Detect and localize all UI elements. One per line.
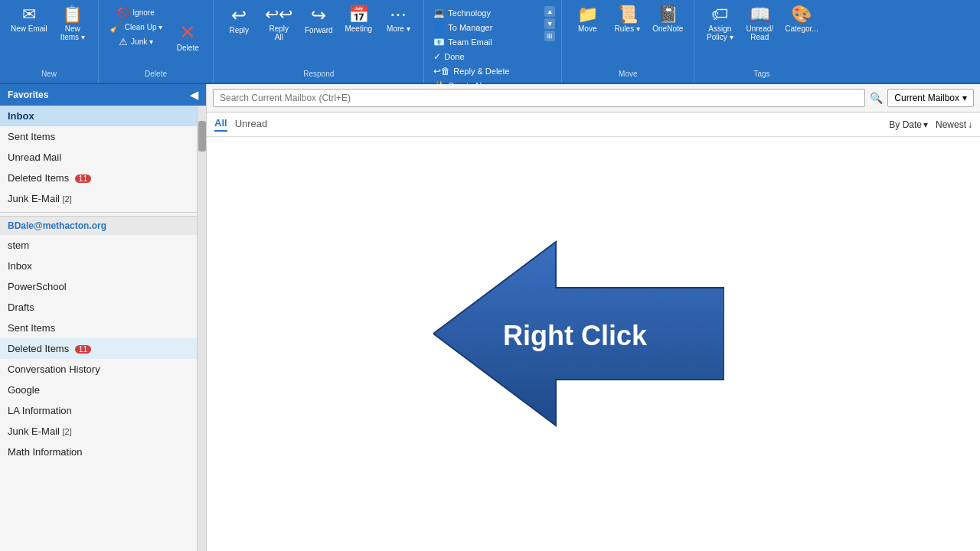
ignore-button[interactable]: 🚫 Ignore [105,6,167,19]
sort-newest-label: Newest [936,119,966,130]
sidebar-item-junk-fav[interactable]: Junk E-Mail [2] [0,188,197,209]
delete-button[interactable]: ✕ Delete [168,3,207,68]
qs-done[interactable]: ✓ Done [430,50,543,64]
ribbon-section-new-label: New [41,68,57,80]
forward-label: Forward [305,26,333,34]
sidebar-item-sent-fav[interactable]: Sent Items [0,126,197,147]
ribbon-section-respond-label: Respond [303,68,334,80]
clean-up-label: Clean Up ▾ [125,23,162,31]
sidebar-scroll-container: Inbox Sent Items Unread Mail Deleted Ite… [0,106,206,551]
sidebar-item-math-info[interactable]: Math Information [0,442,197,462]
qs-reply-delete[interactable]: ↩🗑 Reply & Delete [430,64,543,78]
ribbon-section-move: 📁 Move 📜 Rules ▾ 📓 OneNote Move [562,0,694,83]
categorize-button[interactable]: 🎨 Categor... [780,3,822,36]
quicksteps-scroll-down[interactable]: ▼ [544,18,555,29]
sidebar-item-inbox-fav[interactable]: Inbox [0,106,197,126]
move-icon: 📁 [577,6,598,23]
sort-newest-button[interactable]: Newest ↓ [936,119,972,130]
ribbon: ✉ New Email 📋 NewItems ▾ New 🚫 Ignore 🧹 … [0,0,980,84]
qs-done-label: Done [444,52,464,61]
ribbon-section-delete: 🚫 Ignore 🧹 Clean Up ▾ ⚠ Junk ▾ ✕ Delete … [99,0,214,83]
new-email-label: New Email [11,24,47,33]
rules-button[interactable]: 📜 Rules ▾ [608,3,646,36]
junk-button[interactable]: ⚠ Junk ▾ [105,35,167,48]
qs-reply-delete-icon: ↩🗑 [433,66,450,77]
qs-to-manager[interactable]: 👤 To Manager [430,21,543,34]
sidebar-item-unread-fav[interactable]: Unread Mail [0,147,197,168]
clean-up-button[interactable]: 🧹 Clean Up ▾ [105,21,167,34]
sidebar-item-google[interactable]: Google [0,380,197,400]
mailbox-dropdown-label: Current Mailbox [894,93,959,103]
junk-icon: ⚠ [119,37,128,47]
forward-button[interactable]: ↪ Forward [299,3,338,37]
search-input[interactable] [213,89,865,107]
right-click-arrow: Right Click [433,227,724,441]
filter-unread-button[interactable]: Unread [235,118,268,131]
sidebar-item-sent-acc[interactable]: Sent Items [0,318,197,338]
sort-by-date-button[interactable]: By Date ▾ [889,119,928,130]
sidebar-header-label: Favorites [8,90,48,100]
categorize-label: Categor... [785,24,818,33]
sidebar-item-la-info[interactable]: LA Information [0,400,197,421]
qs-manager-icon: 👤 [433,22,445,33]
sidebar-item-junk-acc[interactable]: Junk E-Mail [2] [0,421,197,442]
sidebar-collapse-icon[interactable]: ◀ [190,89,198,101]
rules-label: Rules ▾ [615,24,640,33]
filter-all-button[interactable]: All [214,117,227,132]
sidebar-divider-1 [0,212,197,213]
qs-technology-icon: 💻 [433,8,445,18]
qs-team-email[interactable]: 📧 Team Email [430,35,543,49]
quicksteps-scroll-up[interactable]: ▲ [544,6,555,17]
ignore-icon: 🚫 [117,8,129,18]
qs-technology[interactable]: 💻 Technology [430,6,543,20]
meeting-button[interactable]: 📅 Meeting [339,3,377,36]
filter-bar: All Unread By Date ▾ Newest ↓ [207,112,980,137]
assign-policy-button[interactable]: 🏷 AssignPolicy ▾ [701,3,739,44]
categorize-icon: 🎨 [791,6,812,23]
sidebar-item-powerschool[interactable]: PowerSchool [0,276,197,297]
sidebar-account-label: BDale@methacton.org [0,216,197,235]
rules-icon: 📜 [617,6,638,23]
right-click-overlay: Right Click [433,227,724,441]
ignore-label: Ignore [132,8,154,17]
meeting-icon: 📅 [348,6,369,23]
sidebar-item-deleted-acc[interactable]: Deleted Items 11 [0,338,197,359]
ribbon-section-move-label: Move [619,68,637,80]
sort-date-arrow: ▾ [923,119,928,130]
reply-button[interactable]: ↩ Reply [220,3,258,37]
reply-all-button[interactable]: ↩↩ ReplyAll [260,3,298,44]
unread-read-label: Unread/Read [746,24,774,41]
sidebar-item-stem[interactable]: stem [0,235,197,256]
delete-icon: ✕ [179,22,196,42]
sort-date-label: By Date [889,119,922,130]
content-area: 🔍 Current Mailbox ▾ All Unread By Date ▾… [207,84,980,551]
mailbox-dropdown[interactable]: Current Mailbox ▾ [887,89,974,107]
sidebar-item-drafts[interactable]: Drafts [0,297,197,318]
main-layout: Favorites ◀ Inbox Sent Items Unread Mail… [0,84,980,551]
new-email-button[interactable]: ✉ New Email [6,3,52,36]
ribbon-section-tags: 🏷 AssignPolicy ▾ 📖 Unread/Read 🎨 Categor… [694,0,828,83]
svg-text:Right Click: Right Click [503,320,648,351]
quicksteps-expand[interactable]: ⊞ [544,31,555,41]
qs-done-icon: ✓ [433,51,441,62]
sidebar-item-conv-history[interactable]: Conversation History [0,359,197,380]
sidebar-favorites-area: Inbox Sent Items Unread Mail Deleted Ite… [0,106,197,551]
sidebar-item-deleted-fav[interactable]: Deleted Items 11 [0,168,197,188]
qs-team-icon: 📧 [433,37,445,47]
sidebar-scroll-thumb[interactable] [198,121,206,152]
unread-read-button[interactable]: 📖 Unread/Read [740,3,779,44]
new-items-button[interactable]: 📋 NewItems ▾ [54,3,92,44]
reply-icon: ↩ [231,6,247,24]
onenote-button[interactable]: 📓 OneNote [648,3,688,36]
search-icon: 🔍 [870,92,883,104]
reply-label: Reply [229,26,249,34]
more-button[interactable]: ⋯ More ▾ [379,3,417,36]
search-bar: 🔍 Current Mailbox ▾ [207,84,980,112]
junk-badge-fav: [2] [63,194,72,204]
move-button[interactable]: 📁 Move [568,3,606,36]
sidebar-item-inbox-acc[interactable]: Inbox [0,256,197,276]
sidebar-scrollbar[interactable] [197,106,206,551]
ribbon-section-new: ✉ New Email 📋 NewItems ▾ New [0,0,99,83]
meeting-label: Meeting [345,24,372,33]
qs-reply-delete-label: Reply & Delete [453,67,509,76]
